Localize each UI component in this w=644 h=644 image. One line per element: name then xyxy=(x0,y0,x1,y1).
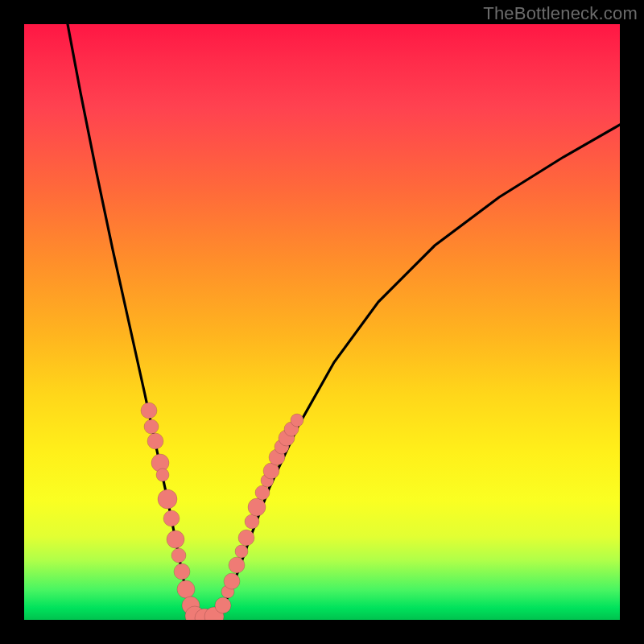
data-point xyxy=(215,597,231,613)
watermark-text: TheBottleneck.com xyxy=(483,3,638,24)
data-point xyxy=(171,548,186,563)
data-point xyxy=(229,557,245,573)
data-point xyxy=(235,545,248,558)
data-point xyxy=(177,580,195,598)
data-point xyxy=(156,469,169,481)
data-point xyxy=(158,489,177,509)
data-point xyxy=(174,564,190,580)
data-point xyxy=(163,510,180,526)
data-point xyxy=(248,498,266,516)
data-point xyxy=(144,419,159,434)
data-point xyxy=(141,402,157,419)
curve-svg xyxy=(24,24,620,620)
bottleneck-curve xyxy=(68,24,620,618)
chart-frame: TheBottleneck.com xyxy=(0,0,644,644)
data-point xyxy=(255,485,270,500)
data-point xyxy=(238,530,254,546)
data-point xyxy=(245,514,259,529)
data-point xyxy=(167,530,184,548)
data-point xyxy=(224,573,240,589)
plot-area xyxy=(24,24,620,620)
data-point xyxy=(147,433,163,449)
scatter-dots xyxy=(141,402,303,620)
data-point xyxy=(291,414,303,427)
